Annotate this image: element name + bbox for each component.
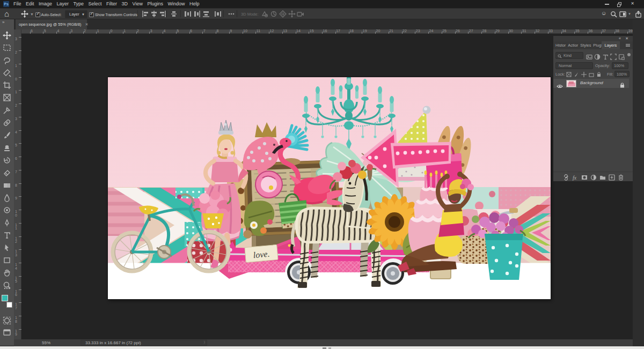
svg-text:fx: fx	[573, 175, 577, 181]
svg-text:love.: love.	[253, 249, 270, 259]
